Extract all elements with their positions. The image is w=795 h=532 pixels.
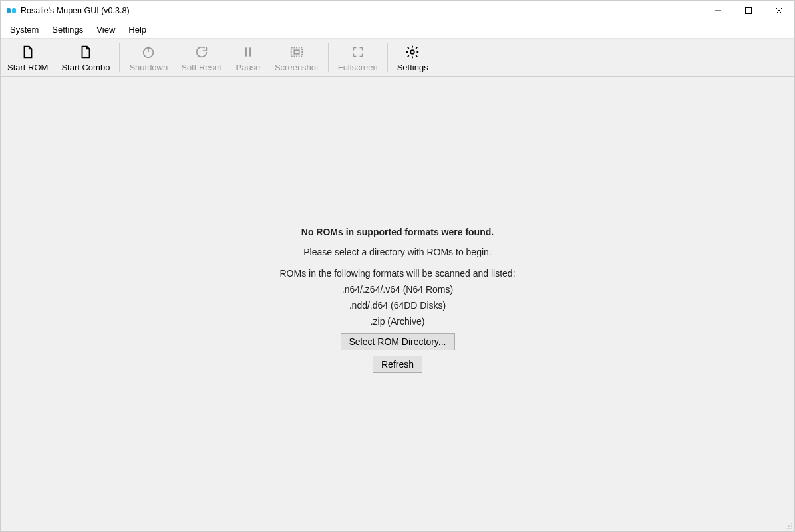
gear-icon [405, 44, 420, 60]
toolbar: Start ROM Start Combo Shutdown Soft Rese… [1, 38, 794, 77]
start-rom-button[interactable]: Start ROM [1, 40, 55, 75]
pause-icon [241, 44, 255, 60]
resize-grip-icon[interactable] [784, 521, 793, 530]
toolbar-separator [387, 43, 388, 72]
menu-settings[interactable]: Settings [45, 23, 90, 37]
svg-rect-11 [294, 50, 299, 54]
svg-rect-1 [12, 8, 16, 13]
svg-point-15 [791, 525, 792, 527]
toolbar-label: Settings [397, 63, 428, 72]
format-line: .zip (Archive) [371, 316, 425, 327]
refresh-button[interactable]: Refresh [373, 356, 422, 373]
toolbar-label: Soft Reset [181, 63, 222, 72]
svg-point-14 [788, 525, 790, 527]
formats-intro: ROMs in the following formats will be sc… [279, 268, 515, 279]
select-rom-directory-button[interactable]: Select ROM Directory... [341, 333, 455, 350]
menu-help[interactable]: Help [122, 23, 153, 37]
menubar: System Settings View Help [1, 21, 794, 38]
toolbar-separator [119, 43, 120, 72]
subline: Please select a directory with ROMs to b… [303, 247, 491, 257]
svg-point-16 [786, 528, 787, 529]
pause-button: Pause [228, 40, 268, 75]
svg-rect-10 [291, 48, 303, 57]
minimize-button[interactable] [703, 1, 733, 21]
svg-rect-3 [746, 8, 752, 14]
window-title: Rosalie's Mupen GUI (v0.3.8) [21, 6, 130, 15]
toolbar-label: Screenshot [275, 63, 319, 72]
menu-system[interactable]: System [3, 23, 45, 37]
file-icon [79, 44, 93, 60]
fullscreen-button: Fullscreen [331, 40, 385, 75]
start-combo-button[interactable]: Start Combo [55, 40, 116, 75]
format-line: .ndd/.d64 (64DD Disks) [349, 300, 446, 311]
toolbar-label: Fullscreen [338, 63, 378, 72]
soft-reset-button: Soft Reset [174, 40, 228, 75]
format-line: .n64/.z64/.v64 (N64 Roms) [342, 284, 453, 295]
svg-point-18 [791, 528, 792, 529]
main-content: No ROMs in supported formats were found.… [1, 77, 794, 531]
refresh-icon [194, 44, 209, 60]
menu-view[interactable]: View [90, 23, 122, 37]
svg-rect-0 [7, 8, 11, 13]
svg-point-17 [788, 528, 790, 529]
toolbar-label: Start ROM [7, 63, 48, 72]
app-icon [6, 5, 17, 16]
power-icon [141, 44, 156, 60]
svg-point-13 [791, 523, 792, 524]
screenshot-button: Screenshot [268, 40, 325, 75]
window-controls [703, 1, 794, 21]
toolbar-label: Pause [236, 63, 260, 72]
settings-button[interactable]: Settings [391, 40, 435, 75]
svg-point-12 [410, 50, 414, 54]
screenshot-icon [289, 44, 304, 60]
titlebar: Rosalie's Mupen GUI (v0.3.8) [1, 1, 794, 21]
file-icon [21, 44, 35, 60]
fullscreen-icon [351, 44, 365, 60]
close-button[interactable] [764, 1, 794, 21]
shutdown-button: Shutdown [122, 40, 174, 75]
toolbar-label: Shutdown [129, 63, 168, 72]
toolbar-label: Start Combo [61, 63, 110, 72]
toolbar-separator [328, 43, 329, 72]
app-window: Rosalie's Mupen GUI (v0.3.8) System Sett… [0, 0, 795, 532]
maximize-button[interactable] [733, 1, 764, 21]
no-roms-headline: No ROMs in supported formats were found. [301, 227, 494, 237]
